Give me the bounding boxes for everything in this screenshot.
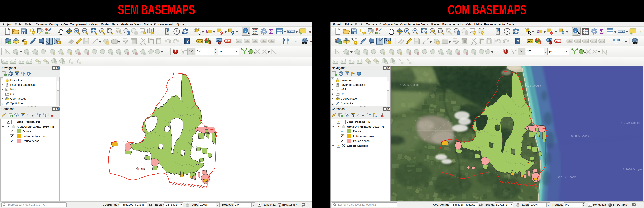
svg-text:© 2026 Google: © 2026 Google <box>571 135 590 138</box>
svg-text:© 2026 Google: © 2026 Google <box>522 84 541 87</box>
svg-text:© 2026 Google: © 2026 Google <box>623 168 642 171</box>
svg-text:© 2026 Google: © 2026 Google <box>621 121 640 124</box>
svg-text:© 2026 Google: © 2026 Google <box>400 83 420 86</box>
svg-text:© 2026 Google: © 2026 Google <box>558 176 576 179</box>
